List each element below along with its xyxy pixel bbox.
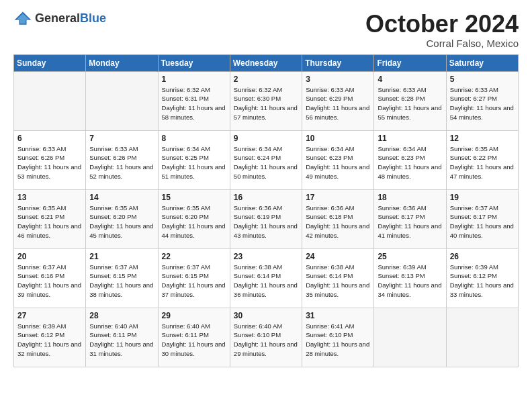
calendar-cell: [86, 71, 158, 130]
calendar-cell: 13Sunrise: 6:35 AM Sunset: 6:21 PM Dayli…: [14, 189, 86, 248]
day-header-friday: Friday: [374, 54, 446, 71]
calendar-cell: 2Sunrise: 6:32 AM Sunset: 6:30 PM Daylig…: [230, 71, 302, 130]
day-header-sunday: Sunday: [14, 54, 86, 71]
week-row-1: 1Sunrise: 6:32 AM Sunset: 6:31 PM Daylig…: [14, 71, 519, 130]
calendar-cell: 31Sunrise: 6:41 AM Sunset: 6:10 PM Dayli…: [302, 308, 374, 367]
day-number: 18: [378, 193, 442, 202]
day-info: Sunrise: 6:38 AM Sunset: 6:14 PM Dayligh…: [306, 263, 370, 300]
day-info: Sunrise: 6:35 AM Sunset: 6:21 PM Dayligh…: [17, 203, 82, 240]
day-number: 23: [234, 252, 298, 261]
day-number: 19: [450, 193, 515, 202]
day-number: 29: [162, 311, 226, 320]
logo-general: General: [35, 11, 80, 25]
day-number: 16: [234, 193, 298, 202]
title-block: October 2024 Corral Falso, Mexico: [365, 11, 519, 49]
title-location: Corral Falso, Mexico: [365, 38, 519, 49]
day-info: Sunrise: 6:36 AM Sunset: 6:17 PM Dayligh…: [378, 203, 442, 240]
day-info: Sunrise: 6:36 AM Sunset: 6:18 PM Dayligh…: [306, 203, 370, 240]
day-number: 6: [17, 134, 82, 143]
calendar-cell: 12Sunrise: 6:35 AM Sunset: 6:22 PM Dayli…: [446, 130, 518, 189]
day-info: Sunrise: 6:34 AM Sunset: 6:23 PM Dayligh…: [378, 144, 442, 181]
day-info: Sunrise: 6:33 AM Sunset: 6:27 PM Dayligh…: [450, 85, 515, 122]
day-number: 22: [162, 252, 226, 261]
day-info: Sunrise: 6:35 AM Sunset: 6:22 PM Dayligh…: [450, 144, 515, 181]
page: GeneralBlue October 2024 Corral Falso, M…: [0, 0, 532, 411]
day-number: 24: [306, 252, 370, 261]
day-info: Sunrise: 6:40 AM Sunset: 6:10 PM Dayligh…: [234, 322, 298, 359]
calendar-cell: 14Sunrise: 6:35 AM Sunset: 6:20 PM Dayli…: [86, 189, 158, 248]
day-header-saturday: Saturday: [446, 54, 518, 71]
day-info: Sunrise: 6:39 AM Sunset: 6:12 PM Dayligh…: [17, 322, 82, 359]
calendar: SundayMondayTuesdayWednesdayThursdayFrid…: [13, 54, 519, 367]
day-number: 26: [450, 252, 515, 261]
calendar-cell: 3Sunrise: 6:33 AM Sunset: 6:29 PM Daylig…: [302, 71, 374, 130]
day-number: 3: [306, 75, 370, 84]
calendar-cell: 16Sunrise: 6:36 AM Sunset: 6:19 PM Dayli…: [230, 189, 302, 248]
day-number: 4: [378, 75, 442, 84]
calendar-cell: [14, 71, 86, 130]
calendar-cell: 5Sunrise: 6:33 AM Sunset: 6:27 PM Daylig…: [446, 71, 518, 130]
day-info: Sunrise: 6:33 AM Sunset: 6:28 PM Dayligh…: [378, 85, 442, 122]
day-number: 31: [306, 311, 370, 320]
day-number: 17: [306, 193, 370, 202]
calendar-cell: 10Sunrise: 6:34 AM Sunset: 6:23 PM Dayli…: [302, 130, 374, 189]
week-row-2: 6Sunrise: 6:33 AM Sunset: 6:26 PM Daylig…: [14, 130, 519, 189]
day-number: 14: [89, 193, 154, 202]
calendar-cell: 25Sunrise: 6:39 AM Sunset: 6:13 PM Dayli…: [374, 248, 446, 308]
day-info: Sunrise: 6:39 AM Sunset: 6:12 PM Dayligh…: [450, 263, 515, 300]
day-number: 7: [89, 134, 154, 143]
calendar-cell: 4Sunrise: 6:33 AM Sunset: 6:28 PM Daylig…: [374, 71, 446, 130]
logo-text: GeneralBlue: [35, 11, 106, 26]
day-info: Sunrise: 6:33 AM Sunset: 6:29 PM Dayligh…: [306, 85, 370, 122]
day-info: Sunrise: 6:37 AM Sunset: 6:15 PM Dayligh…: [89, 263, 154, 300]
day-number: 21: [89, 252, 154, 261]
day-number: 25: [378, 252, 442, 261]
day-info: Sunrise: 6:35 AM Sunset: 6:20 PM Dayligh…: [162, 203, 226, 240]
calendar-cell: 29Sunrise: 6:40 AM Sunset: 6:11 PM Dayli…: [158, 308, 230, 367]
day-number: 8: [162, 134, 226, 143]
calendar-cell: 8Sunrise: 6:34 AM Sunset: 6:25 PM Daylig…: [158, 130, 230, 189]
day-number: 27: [17, 311, 82, 320]
calendar-cell: 30Sunrise: 6:40 AM Sunset: 6:10 PM Dayli…: [230, 308, 302, 367]
day-number: 11: [378, 134, 442, 143]
day-info: Sunrise: 6:37 AM Sunset: 6:15 PM Dayligh…: [162, 263, 226, 300]
calendar-cell: 19Sunrise: 6:37 AM Sunset: 6:17 PM Dayli…: [446, 189, 518, 248]
calendar-cell: 20Sunrise: 6:37 AM Sunset: 6:16 PM Dayli…: [14, 248, 86, 308]
svg-marker-1: [16, 13, 30, 24]
day-info: Sunrise: 6:34 AM Sunset: 6:25 PM Dayligh…: [162, 144, 226, 181]
day-info: Sunrise: 6:37 AM Sunset: 6:17 PM Dayligh…: [450, 203, 515, 240]
day-header-wednesday: Wednesday: [230, 54, 302, 71]
day-number: 12: [450, 134, 515, 143]
day-number: 5: [450, 75, 515, 84]
calendar-cell: [374, 308, 446, 367]
calendar-cell: 23Sunrise: 6:38 AM Sunset: 6:14 PM Dayli…: [230, 248, 302, 308]
day-info: Sunrise: 6:34 AM Sunset: 6:23 PM Dayligh…: [306, 144, 370, 181]
logo-blue: Blue: [80, 11, 106, 25]
calendar-cell: 1Sunrise: 6:32 AM Sunset: 6:31 PM Daylig…: [158, 71, 230, 130]
calendar-cell: [446, 308, 518, 367]
day-info: Sunrise: 6:32 AM Sunset: 6:30 PM Dayligh…: [234, 85, 298, 122]
calendar-cell: 21Sunrise: 6:37 AM Sunset: 6:15 PM Dayli…: [86, 248, 158, 308]
calendar-cell: 26Sunrise: 6:39 AM Sunset: 6:12 PM Dayli…: [446, 248, 518, 308]
day-info: Sunrise: 6:41 AM Sunset: 6:10 PM Dayligh…: [306, 322, 370, 359]
calendar-cell: 15Sunrise: 6:35 AM Sunset: 6:20 PM Dayli…: [158, 189, 230, 248]
calendar-cell: 11Sunrise: 6:34 AM Sunset: 6:23 PM Dayli…: [374, 130, 446, 189]
day-header-monday: Monday: [86, 54, 158, 71]
week-row-3: 13Sunrise: 6:35 AM Sunset: 6:21 PM Dayli…: [14, 189, 519, 248]
week-row-4: 20Sunrise: 6:37 AM Sunset: 6:16 PM Dayli…: [14, 248, 519, 308]
calendar-cell: 24Sunrise: 6:38 AM Sunset: 6:14 PM Dayli…: [302, 248, 374, 308]
day-number: 9: [234, 134, 298, 143]
calendar-cell: 28Sunrise: 6:40 AM Sunset: 6:11 PM Dayli…: [86, 308, 158, 367]
calendar-cell: 22Sunrise: 6:37 AM Sunset: 6:15 PM Dayli…: [158, 248, 230, 308]
day-info: Sunrise: 6:38 AM Sunset: 6:14 PM Dayligh…: [234, 263, 298, 300]
calendar-cell: 7Sunrise: 6:33 AM Sunset: 6:26 PM Daylig…: [86, 130, 158, 189]
day-info: Sunrise: 6:39 AM Sunset: 6:13 PM Dayligh…: [378, 263, 442, 300]
header: GeneralBlue October 2024 Corral Falso, M…: [13, 11, 519, 49]
week-row-5: 27Sunrise: 6:39 AM Sunset: 6:12 PM Dayli…: [14, 308, 519, 367]
day-number: 2: [234, 75, 298, 84]
day-info: Sunrise: 6:33 AM Sunset: 6:26 PM Dayligh…: [89, 144, 154, 181]
day-info: Sunrise: 6:40 AM Sunset: 6:11 PM Dayligh…: [162, 322, 226, 359]
title-month: October 2024: [365, 11, 519, 38]
day-info: Sunrise: 6:36 AM Sunset: 6:19 PM Dayligh…: [234, 203, 298, 240]
day-number: 28: [89, 311, 154, 320]
